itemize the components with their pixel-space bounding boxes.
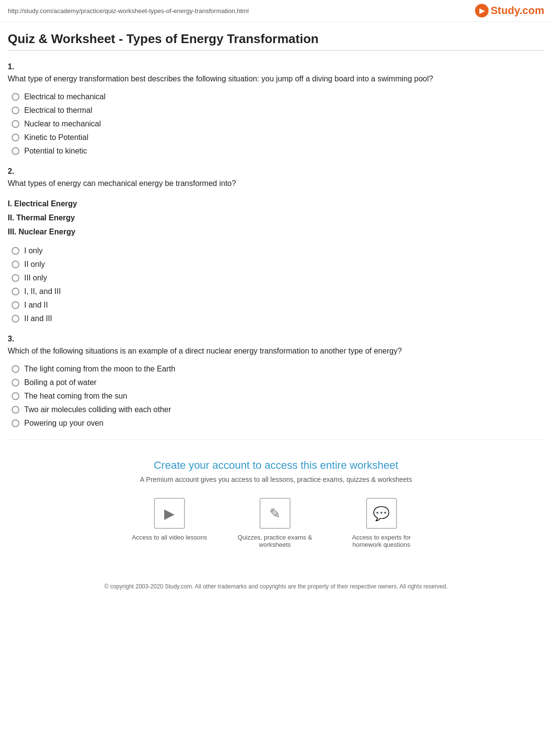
option-2-4[interactable]: I, II, and III	[12, 287, 544, 296]
logo: ▶ Study.com	[475, 4, 544, 17]
feature-2-icon: ✎	[260, 498, 291, 529]
radio-2-1[interactable]	[12, 247, 19, 255]
option-3-4[interactable]: Two air molecules colliding with each ot…	[12, 405, 544, 414]
feature-2: ✎ Quizzes, practice exams & worksheets	[236, 498, 314, 548]
option-2-1[interactable]: I only	[12, 247, 544, 255]
radio-1-5[interactable]	[12, 147, 19, 155]
option-3-2[interactable]: Boiling a pot of water	[12, 378, 544, 387]
feature-1-icon: ▶	[154, 498, 185, 529]
feature-3-label: Access to experts for homework questions	[343, 534, 420, 548]
sub-item-3: III. Nuclear Energy	[8, 225, 544, 239]
radio-3-4[interactable]	[12, 406, 19, 414]
radio-3-1[interactable]	[12, 365, 19, 373]
sub-item-2: II. Thermal Energy	[8, 211, 544, 225]
option-2-3[interactable]: III only	[12, 274, 544, 282]
option-1-4-label: Kinetic to Potential	[24, 133, 89, 142]
features-list: ▶ Access to all video lessons ✎ Quizzes,…	[17, 498, 535, 548]
option-1-5-label: Potential to kinetic	[24, 147, 87, 155]
option-3-5-label: Powering up your oven	[24, 419, 104, 428]
question-2-options: I only II only III only I, II, and III I…	[12, 247, 544, 323]
radio-2-5[interactable]	[12, 301, 19, 309]
option-1-3[interactable]: Nuclear to mechanical	[12, 120, 544, 128]
logo-icon: ▶	[475, 4, 489, 17]
question-2-sub-items: I. Electrical Energy II. Thermal Energy …	[8, 197, 544, 239]
logo-text: Study.com	[491, 4, 544, 17]
radio-1-3[interactable]	[12, 120, 19, 128]
cta-title: Create your account to access this entir…	[17, 459, 535, 472]
option-1-1-label: Electrical to mechanical	[24, 93, 106, 101]
option-1-4[interactable]: Kinetic to Potential	[12, 133, 544, 142]
radio-3-5[interactable]	[12, 419, 19, 427]
option-2-5-label: I and II	[24, 301, 48, 309]
radio-3-3[interactable]	[12, 392, 19, 400]
radio-3-2[interactable]	[12, 379, 19, 386]
option-2-6[interactable]: II and III	[12, 314, 544, 323]
cta-subtitle: A Premium account gives you access to al…	[17, 476, 535, 483]
feature-3-icon: 💬	[366, 498, 397, 529]
option-3-1-label: The light coming from the moon to the Ea…	[24, 365, 175, 373]
option-1-2[interactable]: Electrical to thermal	[12, 106, 544, 115]
option-2-1-label: I only	[24, 247, 43, 255]
option-3-3[interactable]: The heat coming from the sun	[12, 392, 544, 401]
radio-2-2[interactable]	[12, 261, 19, 268]
question-1-options: Electrical to mechanical Electrical to t…	[12, 93, 544, 155]
question-3: 3. Which of the following situations is …	[8, 335, 544, 428]
option-1-5[interactable]: Potential to kinetic	[12, 147, 544, 155]
radio-1-4[interactable]	[12, 134, 19, 141]
option-2-3-label: III only	[24, 274, 47, 282]
question-2: 2. What types of energy can mechanical e…	[8, 167, 544, 323]
question-3-text: Which of the following situations is an …	[8, 345, 544, 357]
feature-1: ▶ Access to all video lessons	[132, 498, 207, 548]
option-1-1[interactable]: Electrical to mechanical	[12, 93, 544, 101]
option-3-4-label: Two air molecules colliding with each ot…	[24, 405, 171, 414]
radio-2-3[interactable]	[12, 274, 19, 282]
option-2-2-label: II only	[24, 260, 45, 269]
url-display: http://study.com/academy/practice/quiz-w…	[8, 7, 249, 15]
radio-1-1[interactable]	[12, 93, 19, 101]
top-bar: http://study.com/academy/practice/quiz-w…	[0, 0, 552, 22]
option-3-3-label: The heat coming from the sun	[24, 392, 127, 401]
cta-section: Create your account to access this entir…	[8, 439, 544, 568]
option-3-2-label: Boiling a pot of water	[24, 378, 96, 387]
question-1: 1. What type of energy transformation be…	[8, 62, 544, 155]
question-1-number: 1.	[8, 62, 544, 71]
radio-1-2[interactable]	[12, 107, 19, 114]
feature-1-label: Access to all video lessons	[132, 534, 207, 541]
question-2-number: 2.	[8, 167, 544, 176]
radio-2-4[interactable]	[12, 288, 19, 295]
question-3-number: 3.	[8, 335, 544, 343]
page-title: Quiz & Worksheet - Types of Energy Trans…	[8, 31, 544, 51]
option-2-5[interactable]: I and II	[12, 301, 544, 309]
option-1-3-label: Nuclear to mechanical	[24, 120, 101, 128]
option-1-2-label: Electrical to thermal	[24, 106, 92, 115]
main-content: Quiz & Worksheet - Types of Energy Trans…	[0, 22, 552, 615]
option-2-4-label: I, II, and III	[24, 287, 61, 296]
question-3-options: The light coming from the moon to the Ea…	[12, 365, 544, 428]
option-2-2[interactable]: II only	[12, 260, 544, 269]
logo-study: Study	[491, 4, 519, 16]
question-1-text: What type of energy transformation best …	[8, 73, 544, 85]
question-2-text: What types of energy can mechanical ener…	[8, 178, 544, 189]
sub-item-1: I. Electrical Energy	[8, 197, 544, 211]
feature-3: 💬 Access to experts for homework questio…	[343, 498, 420, 548]
copyright: © copyright 2003-2020 Study.com. All oth…	[8, 577, 544, 596]
option-3-5[interactable]: Powering up your oven	[12, 419, 544, 428]
option-3-1[interactable]: The light coming from the moon to the Ea…	[12, 365, 544, 373]
feature-2-label: Quizzes, practice exams & worksheets	[236, 534, 314, 548]
logo-dotcom: .com	[520, 4, 544, 16]
option-2-6-label: II and III	[24, 314, 52, 323]
radio-2-6[interactable]	[12, 315, 19, 323]
